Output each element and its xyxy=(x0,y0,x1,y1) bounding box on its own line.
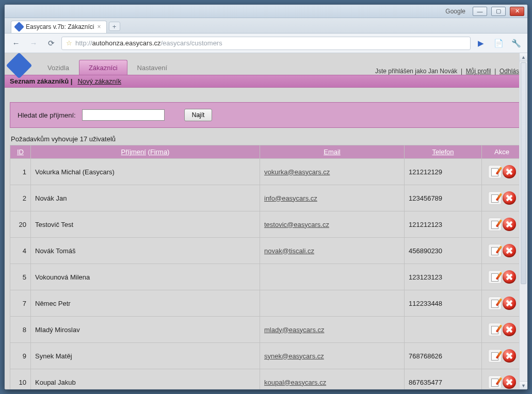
delete-icon[interactable] xyxy=(503,270,516,284)
cell-actions xyxy=(482,264,522,290)
cell-actions xyxy=(482,317,522,343)
table-row: 2Novák Janinfo@easycars.cz123456789 xyxy=(10,185,522,211)
edit-icon[interactable] xyxy=(488,244,502,257)
page-menu-button[interactable]: 📄 xyxy=(491,37,506,50)
email-link[interactable]: vokurka@easycars.cz xyxy=(264,168,330,176)
edit-icon[interactable] xyxy=(488,218,502,231)
cell-actions xyxy=(482,159,522,185)
customers-table: ID Příjmení (Firma) Email Telefon Akce 1… xyxy=(10,145,522,389)
cell-name: Synek Matěj xyxy=(31,343,260,369)
cell-actions xyxy=(482,211,522,238)
vertical-scrollbar[interactable]: ▲ ▼ xyxy=(519,53,527,389)
cell-id: 8 xyxy=(10,317,31,343)
url-scheme: http:// xyxy=(75,39,92,47)
edit-icon[interactable] xyxy=(488,375,502,389)
cell-id: 20 xyxy=(10,211,31,238)
cell-email: synek@easycars.cz xyxy=(260,343,405,369)
cell-actions xyxy=(482,343,522,369)
search-label: Hledat dle příjmení: xyxy=(18,111,76,119)
url-host: autohonza.easycars.cz xyxy=(92,39,161,47)
new-tab-button[interactable]: + xyxy=(109,22,120,31)
customer-list-label: Seznam zákazníků | xyxy=(10,77,72,85)
scroll-up-button[interactable]: ▲ xyxy=(520,53,527,61)
col-company-sort[interactable]: Firma xyxy=(150,148,167,156)
delete-icon[interactable] xyxy=(503,375,516,389)
search-input[interactable] xyxy=(82,109,165,121)
sub-nav-bar: Seznam zákazníků | Nový zákazník xyxy=(5,75,527,88)
login-info: Jste přihlášen jako Jan Novák | Můj prof… xyxy=(375,68,522,75)
nav-tab-vehicles[interactable]: Vozidla xyxy=(38,60,79,75)
browser-window: Google — ▢ ✕ Easycars v.7b: Zákazníci × … xyxy=(4,4,528,390)
nav-forward-button[interactable]: → xyxy=(26,37,41,50)
edit-icon[interactable] xyxy=(488,323,502,336)
browser-tabstrip: Easycars v.7b: Zákazníci × + xyxy=(5,18,527,34)
email-link[interactable]: info@easycars.cz xyxy=(264,194,317,202)
cell-actions xyxy=(482,238,522,264)
edit-icon[interactable] xyxy=(488,297,502,310)
nav-reload-button[interactable]: ⟳ xyxy=(44,37,58,50)
my-profile-link[interactable]: Můj profil xyxy=(466,68,491,75)
table-row: 8Mladý Miroslavmlady@easycars.cz xyxy=(10,317,522,343)
cell-id: 4 xyxy=(10,238,31,264)
scroll-thumb[interactable] xyxy=(521,62,526,284)
cell-email: vokurka@easycars.cz xyxy=(260,159,405,185)
nav-tab-customers[interactable]: Zákazníci xyxy=(79,60,127,75)
cell-email xyxy=(260,290,405,317)
cell-name: Vokounová Milena xyxy=(31,264,260,290)
results-count: Požadavkům vyhovuje 17 uživatelů xyxy=(11,135,521,143)
nav-tab-settings[interactable]: Nastavení xyxy=(127,60,178,75)
email-link[interactable]: testovic@easycars.cz xyxy=(264,221,329,228)
cell-id: 9 xyxy=(10,343,31,369)
browser-toolbar: ← → ⟳ ☆ http://autohonza.easycars.cz/eas… xyxy=(5,34,527,53)
new-customer-link[interactable]: Nový zákazník xyxy=(77,77,121,85)
col-surname-sort[interactable]: Příjmení xyxy=(121,148,146,156)
bookmark-star-icon[interactable]: ☆ xyxy=(66,39,72,47)
delete-icon[interactable] xyxy=(503,244,516,257)
cell-email: testovic@easycars.cz xyxy=(260,211,405,238)
cell-phone: 768768626 xyxy=(405,343,482,369)
search-button[interactable]: Najít xyxy=(184,109,213,121)
cell-email: mlady@easycars.cz xyxy=(260,317,405,343)
delete-icon[interactable] xyxy=(503,297,516,310)
scroll-down-button[interactable]: ▼ xyxy=(520,381,527,389)
wrench-menu-button[interactable]: 🔧 xyxy=(509,37,523,50)
cell-phone xyxy=(405,317,482,343)
cell-email xyxy=(260,264,405,290)
col-phone-sort[interactable]: Telefon xyxy=(432,148,454,156)
edit-icon[interactable] xyxy=(488,165,502,178)
favicon-icon xyxy=(14,22,24,32)
logged-in-text: Jste přihlášen jako Jan Novák xyxy=(375,68,457,75)
go-button[interactable]: ▶ xyxy=(474,37,488,50)
cell-id: 7 xyxy=(10,290,31,317)
edit-icon[interactable] xyxy=(488,270,502,284)
email-link[interactable]: synek@easycars.cz xyxy=(264,352,324,360)
tab-close-icon[interactable]: × xyxy=(98,23,101,30)
window-close-button[interactable]: ✕ xyxy=(510,7,524,16)
delete-icon[interactable] xyxy=(503,349,516,363)
table-row: 20Testovič Testtestovic@easycars.cz12121… xyxy=(10,211,522,238)
email-link[interactable]: novak@tiscali.cz xyxy=(264,247,314,255)
delete-icon[interactable] xyxy=(503,165,516,178)
window-minimize-button[interactable]: — xyxy=(473,7,487,16)
cell-actions xyxy=(482,369,522,390)
col-id-sort[interactable]: ID xyxy=(17,148,24,156)
col-email-sort[interactable]: Email xyxy=(324,148,341,156)
url-bar[interactable]: ☆ http://autohonza.easycars.cz/easycars/… xyxy=(61,37,471,50)
os-titlebar: Google — ▢ ✕ xyxy=(5,5,527,18)
main-nav: Vozidla Zákazníci Nastavení xyxy=(38,60,177,75)
delete-icon[interactable] xyxy=(503,191,516,205)
edit-icon[interactable] xyxy=(488,191,502,205)
nav-back-button[interactable]: ← xyxy=(9,37,23,50)
browser-tab-active[interactable]: Easycars v.7b: Zákazníci × xyxy=(11,21,107,33)
window-maximize-button[interactable]: ▢ xyxy=(491,7,506,16)
cell-id: 2 xyxy=(10,185,31,211)
col-actions: Akce xyxy=(482,145,522,159)
cell-phone: 456890230 xyxy=(405,238,482,264)
table-row: 10Koupal Jakubkoupal@easycars.cz86763547… xyxy=(10,369,522,390)
email-link[interactable]: mlady@easycars.cz xyxy=(264,326,325,334)
delete-icon[interactable] xyxy=(503,323,516,336)
delete-icon[interactable] xyxy=(503,218,516,231)
table-row: 9Synek Matějsynek@easycars.cz768768626 xyxy=(10,343,522,369)
email-link[interactable]: koupal@easycars.cz xyxy=(264,379,326,386)
edit-icon[interactable] xyxy=(488,349,502,363)
